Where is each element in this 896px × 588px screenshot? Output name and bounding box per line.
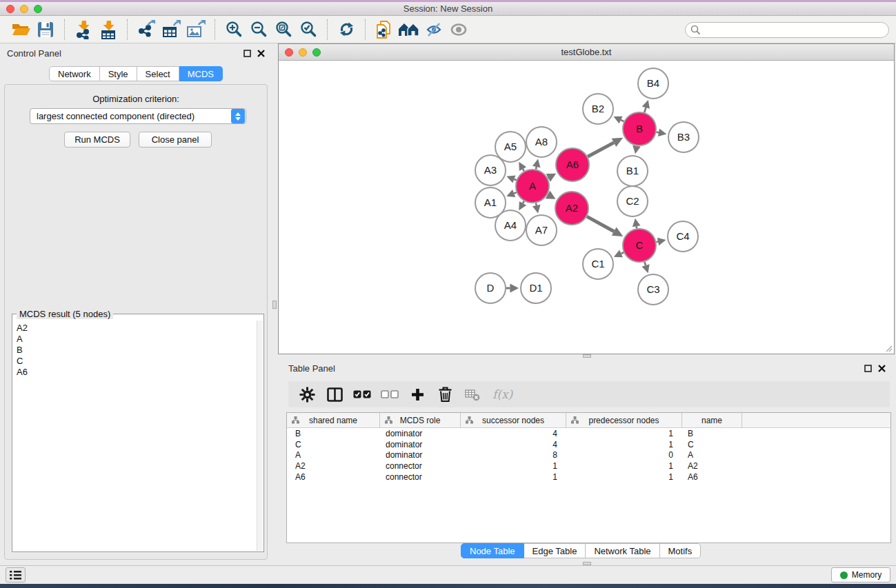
add-column-icon[interactable] (408, 385, 426, 403)
table-row[interactable]: A2connector11A2 (287, 460, 890, 472)
table-row[interactable]: Cdominator41C (287, 439, 890, 450)
mcds-result-item[interactable]: B (17, 345, 251, 356)
graph-node-B4[interactable]: B4 (638, 68, 668, 99)
clone-network-icon[interactable] (372, 19, 397, 41)
edge-B-B3[interactable] (657, 132, 659, 133)
export-image-icon[interactable] (183, 19, 208, 41)
edge-B-B2[interactable] (621, 120, 624, 121)
zoom-out-icon[interactable] (246, 19, 271, 41)
graph-node-B2[interactable]: B2 (583, 94, 613, 124)
float-table-panel-icon[interactable] (864, 365, 872, 372)
node-table[interactable]: shared nameMCDS rolesuccessor nodesprede… (286, 412, 891, 543)
table-tab-motifs[interactable]: Motifs (660, 543, 701, 558)
memory-button[interactable]: Memory (831, 567, 890, 582)
edge-B-B4[interactable] (644, 108, 646, 112)
horizontal-splitter-handle[interactable] (583, 354, 591, 358)
graph-node-A3[interactable]: A3 (475, 155, 506, 185)
mcds-result-item[interactable]: C (17, 356, 251, 367)
toggle-annotations-icon[interactable] (421, 19, 446, 41)
import-network-icon[interactable] (71, 19, 96, 41)
graph-node-A[interactable]: A (516, 170, 549, 203)
save-session-icon[interactable] (33, 19, 58, 41)
criterion-dropdown[interactable]: largest connected component (directed) (30, 108, 246, 124)
graph-node-C2[interactable]: C2 (617, 186, 648, 216)
vertical-splitter-handle[interactable] (272, 301, 277, 309)
deselect-all-columns-icon[interactable] (381, 385, 399, 403)
edge-A6-B[interactable] (588, 143, 614, 156)
graph-node-D[interactable]: D (475, 273, 506, 303)
zoom-in-icon[interactable] (221, 19, 246, 41)
tab-network[interactable]: Network (49, 66, 100, 81)
mcds-result-list[interactable]: A2ABCA6 (12, 320, 255, 551)
edge-C-C1[interactable] (621, 252, 624, 254)
graph-node-B1[interactable]: B1 (617, 156, 648, 186)
tab-mcds[interactable]: MCDS (179, 66, 223, 81)
table-tab-edge-table[interactable]: Edge Table (524, 543, 586, 558)
graph-node-A4[interactable]: A4 (495, 210, 526, 241)
edge-A-A3[interactable] (514, 179, 516, 180)
network-window-titlebar[interactable]: testGlobe.txt (279, 44, 894, 61)
close-panel-button[interactable]: Close panel (139, 132, 212, 148)
column-header-MCDS-role[interactable]: MCDS role (380, 413, 461, 427)
table-row[interactable]: A6connector11A6 (287, 472, 890, 483)
export-table-icon[interactable] (159, 19, 183, 41)
graph-node-A6[interactable]: A6 (556, 148, 589, 181)
graph-node-D1[interactable]: D1 (521, 273, 551, 303)
function-builder-icon[interactable]: f(x) (492, 387, 512, 401)
zoom-fit-icon[interactable] (271, 19, 296, 41)
mcds-result-item[interactable]: A2 (17, 323, 251, 334)
column-header-name[interactable]: name (682, 413, 742, 427)
task-history-button[interactable] (6, 567, 26, 582)
column-header-predecessor-nodes[interactable]: predecessor nodes (566, 413, 682, 427)
zoom-selected-icon[interactable] (296, 19, 321, 41)
graph-node-B[interactable]: B (623, 112, 656, 145)
table-tab-node-table[interactable]: Node Table (461, 543, 524, 558)
graph-node-C[interactable]: C (623, 229, 656, 262)
select-all-columns-icon[interactable] (353, 385, 371, 403)
edge-A-A5[interactable] (523, 169, 524, 171)
refresh-icon[interactable] (334, 19, 359, 41)
column-header-shared-name[interactable]: shared name (287, 413, 380, 427)
home-overview-icon[interactable] (397, 19, 421, 41)
graph-node-A7[interactable]: A7 (526, 215, 557, 245)
delete-table-icon[interactable] (464, 385, 481, 403)
graph-node-C1[interactable]: C1 (583, 249, 613, 279)
run-mcds-button[interactable]: Run MCDS (64, 132, 130, 148)
close-table-panel-icon[interactable] (878, 365, 886, 372)
edge-A-A7[interactable] (536, 203, 537, 205)
float-panel-icon[interactable] (243, 50, 251, 57)
split-panel-icon[interactable] (326, 385, 344, 403)
edge-C-C4[interactable] (656, 241, 658, 242)
result-scrollbar[interactable] (257, 321, 263, 551)
table-tab-network-table[interactable]: Network Table (586, 543, 659, 558)
tab-select[interactable]: Select (137, 66, 179, 81)
mcds-result-item[interactable]: A6 (17, 367, 251, 378)
mcds-result-title: MCDS result (5 nodes) (17, 309, 113, 319)
mcds-result-item[interactable]: A (17, 334, 251, 345)
graph-node-A2[interactable]: A2 (555, 192, 588, 225)
graph-node-A8[interactable]: A8 (526, 127, 557, 157)
eye-details-icon[interactable] (446, 19, 471, 41)
edge-A-A8[interactable] (536, 167, 537, 170)
graph-node-A5[interactable]: A5 (495, 132, 526, 162)
graph-node-C4[interactable]: C4 (668, 221, 698, 252)
open-session-icon[interactable] (8, 19, 33, 41)
graph-node-C3[interactable]: C3 (638, 274, 668, 305)
edge-A-A4[interactable] (523, 201, 524, 203)
table-row[interactable]: Bdominator41B (287, 428, 890, 439)
search-input[interactable] (685, 22, 889, 38)
resize-grip-icon[interactable] (884, 344, 893, 352)
edge-A-A1[interactable] (514, 192, 517, 193)
export-network-icon[interactable] (134, 19, 159, 41)
graph-node-B3[interactable]: B3 (668, 122, 699, 152)
table-row[interactable]: Adominator80A (287, 450, 890, 461)
network-canvas[interactable]: B4B2BB3A8A5A6A3B1AC2A1A2A4A7C4CC1DD1C3 (279, 61, 894, 354)
import-table-icon[interactable] (96, 19, 121, 41)
close-panel-icon[interactable] (257, 50, 265, 57)
tab-style[interactable]: Style (100, 66, 137, 81)
table-settings-gear-icon[interactable] (298, 385, 316, 403)
edge-C-C3[interactable] (644, 262, 646, 265)
edge-A2-C[interactable] (587, 216, 614, 232)
delete-column-trash-icon[interactable] (436, 385, 454, 403)
column-header-successor-nodes[interactable]: successor nodes (461, 413, 566, 427)
